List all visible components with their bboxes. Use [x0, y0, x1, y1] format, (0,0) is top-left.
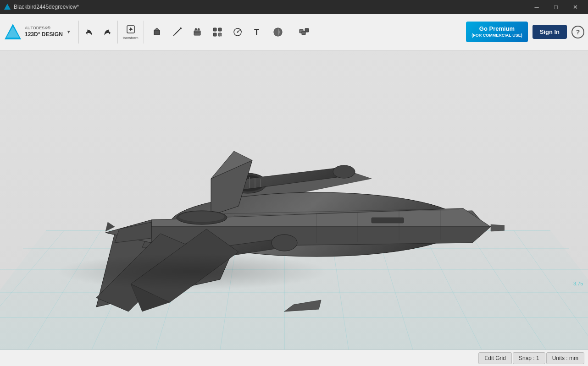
close-button[interactable]: ✕: [566, 0, 584, 14]
separator-3: [144, 21, 144, 44]
logo-area: AUTODESK® 123D° DESIGN ▼: [4, 23, 71, 41]
logo-text: AUTODESK® 123D° DESIGN: [25, 26, 63, 38]
measure-button[interactable]: [228, 20, 247, 44]
titlebar-left: Blackbird2445degreeview*: [4, 3, 79, 11]
svg-rect-13: [218, 33, 222, 36]
svg-marker-87: [105, 222, 115, 231]
toolbar: AUTODESK® 123D° DESIGN ▼ transform: [0, 14, 588, 50]
viewport[interactable]: 6.25 3.75 3.75: [0, 50, 588, 350]
snap-button[interactable]: Snap : 1: [513, 352, 545, 364]
svg-marker-88: [284, 300, 321, 311]
transform-button[interactable]: transform: [122, 20, 140, 44]
units-button[interactable]: Units : mm: [546, 352, 584, 364]
svg-point-9: [198, 28, 200, 30]
logo-dropdown[interactable]: ▼: [67, 29, 71, 34]
svg-rect-4: [130, 28, 132, 30]
svg-marker-0: [4, 4, 11, 10]
titlebar-title: Blackbird2445degreeview*: [14, 4, 79, 10]
svg-point-6: [180, 27, 182, 29]
svg-point-54: [272, 235, 297, 251]
svg-rect-10: [213, 28, 216, 31]
modify-button[interactable]: [188, 20, 206, 44]
svg-marker-50: [491, 224, 505, 231]
sketch-button[interactable]: [168, 20, 186, 44]
titlebar: Blackbird2445degreeview* ─ □ ✕: [0, 0, 588, 14]
undo-button[interactable]: [83, 25, 97, 39]
svg-rect-7: [194, 31, 200, 35]
autodesk-logo: [4, 23, 22, 41]
premium-button[interactable]: Go Premium (FOR COMMERCIAL USE): [466, 22, 527, 42]
aircraft-model: [60, 87, 505, 330]
svg-point-16: [237, 31, 238, 33]
separator-4: [291, 21, 291, 44]
text-button[interactable]: T: [249, 20, 267, 44]
svg-rect-84: [372, 218, 404, 223]
separator-1: [78, 21, 79, 44]
svg-rect-5: [154, 30, 160, 35]
svg-text:3.75: 3.75: [573, 281, 583, 286]
svg-rect-11: [218, 28, 222, 31]
svg-point-8: [195, 28, 197, 30]
svg-marker-2: [6, 27, 19, 38]
help-button[interactable]: ?: [571, 26, 584, 38]
minimize-button[interactable]: ─: [527, 0, 546, 14]
edit-grid-button[interactable]: Edit Grid: [478, 352, 512, 364]
app-icon: [4, 3, 11, 11]
svg-rect-12: [213, 33, 216, 36]
svg-point-83: [179, 211, 225, 222]
pattern-button[interactable]: [208, 20, 227, 44]
titlebar-controls: ─ □ ✕: [527, 0, 584, 14]
svg-text:T: T: [254, 27, 259, 37]
redo-button[interactable]: [99, 25, 114, 39]
material-button[interactable]: [269, 20, 287, 44]
statusbar: Edit Grid Snap : 1 Units : mm: [0, 350, 588, 366]
svg-rect-20: [305, 28, 309, 32]
primitives-button[interactable]: [148, 20, 166, 44]
svg-point-65: [333, 165, 355, 178]
signin-button[interactable]: Sign In: [533, 25, 567, 39]
maximize-button[interactable]: □: [547, 0, 565, 14]
separator-2: [117, 21, 118, 44]
construct-button[interactable]: [295, 20, 313, 44]
